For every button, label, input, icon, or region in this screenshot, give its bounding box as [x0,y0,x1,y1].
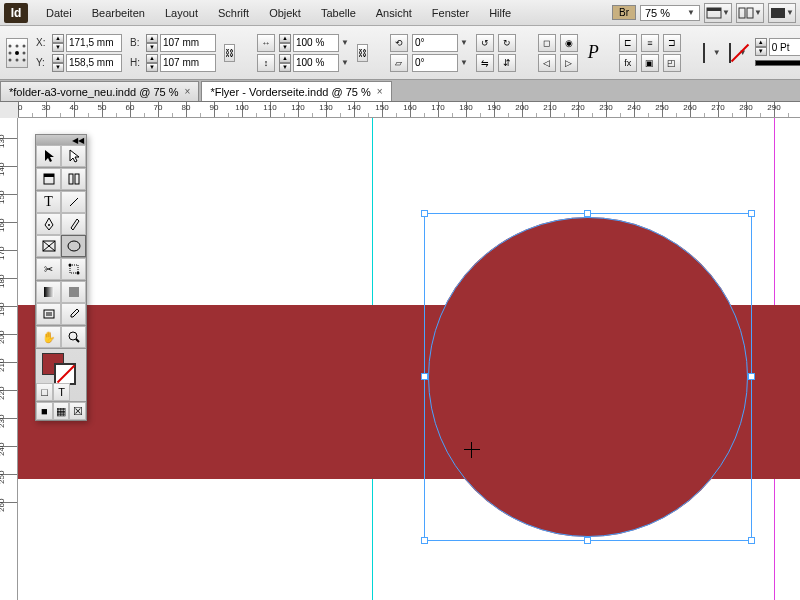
default-fill-stroke[interactable]: □ [36,383,53,401]
menu-layout[interactable]: Layout [155,0,208,26]
stroke-style-dropdown[interactable] [755,60,800,66]
eyedropper-tool[interactable] [61,303,86,325]
zoom-tool[interactable] [61,326,86,348]
align-left-icon[interactable]: ⊏ [619,34,637,52]
selection-handle[interactable] [748,537,755,544]
shear-field[interactable]: 0° [412,54,458,72]
tools-panel[interactable]: ◀◀ T✂✋□T■▦☒ [35,134,87,421]
panel-header[interactable]: ◀◀ [36,135,86,145]
x-stepper[interactable]: ▲▼ [52,34,64,52]
flip-v-icon[interactable]: ⇵ [498,54,516,72]
wrap-icon[interactable]: ▣ [641,54,659,72]
select-container-icon[interactable]: ◻ [538,34,556,52]
pen-tool[interactable] [36,213,61,235]
selection-handle[interactable] [748,373,755,380]
select-content-icon[interactable]: ◉ [560,34,578,52]
pencil-tool[interactable] [61,213,86,235]
scale-x-icon: ↔ [257,34,275,52]
menu-fenster[interactable]: Fenster [422,0,479,26]
svg-rect-16 [69,174,73,184]
bridge-button[interactable]: Br [612,5,636,20]
scale-y-icon: ↕ [257,54,275,72]
svg-line-21 [43,241,55,251]
rotate-cw-icon[interactable]: ↻ [498,34,516,52]
rotate-ccw-icon[interactable]: ↺ [476,34,494,52]
gap-tool[interactable] [61,168,86,190]
arrange-documents-button[interactable]: ▼ [736,3,764,23]
stroke-weight-field[interactable]: 0 Pt [769,38,800,56]
selection-handle[interactable] [748,210,755,217]
hand-tool[interactable]: ✋ [36,326,61,348]
formatting-text[interactable]: T [53,383,70,401]
scale-x-field[interactable]: 100 % [293,34,339,52]
constrain-scale-icon[interactable]: ⛓ [357,44,368,62]
fill-stroke-swatches[interactable] [36,349,86,383]
stroke-weight-stepper[interactable]: ▲▼ [755,38,767,56]
normal-view[interactable]: ■ [36,402,53,420]
effects-icon[interactable]: fx [619,54,637,72]
flip-h-icon[interactable]: ⇋ [476,54,494,72]
screen-mode-button[interactable]: ▼ [704,3,732,23]
reference-point-proxy[interactable] [6,38,28,68]
select-next-icon[interactable]: ▷ [560,54,578,72]
h-stepper[interactable]: ▲▼ [146,54,158,72]
w-field[interactable]: 107 mm [160,34,216,52]
scale-y-field[interactable]: 100 % [293,54,339,72]
svg-point-19 [48,224,50,226]
scale-y-stepper[interactable]: ▲▼ [279,54,291,72]
selection-handle[interactable] [584,210,591,217]
rectangle-frame-tool[interactable] [36,235,61,257]
document-tab[interactable]: *folder-a3-vorne_neu.indd @ 75 %× [0,81,199,101]
x-field[interactable]: 171,5 mm [66,34,122,52]
w-stepper[interactable]: ▲▼ [146,34,158,52]
y-stepper[interactable]: ▲▼ [52,54,64,72]
page-tool[interactable] [36,168,61,190]
corner-icon[interactable]: ◰ [663,54,681,72]
free-transform-tool[interactable] [61,258,86,280]
scale-x-stepper[interactable]: ▲▼ [279,34,291,52]
selection-tool[interactable] [36,145,61,167]
rotate-field[interactable]: 0° [412,34,458,52]
ellipse-tool[interactable] [61,235,86,257]
select-prev-icon[interactable]: ◁ [538,54,556,72]
align-center-icon[interactable]: ≡ [641,34,659,52]
menu-schrift[interactable]: Schrift [208,0,259,26]
document-canvas[interactable] [18,118,800,600]
scissors-tool[interactable]: ✂ [36,258,61,280]
none-view[interactable]: ☒ [69,402,86,420]
document-tab[interactable]: *Flyer - Vorderseite.indd @ 75 %× [201,81,391,101]
constrain-wh-icon[interactable]: ⛓ [224,44,235,62]
type-tool[interactable]: T [36,191,61,213]
stroke-color-box[interactable] [54,363,76,385]
preview-view[interactable]: ▦ [53,402,70,420]
menu-bearbeiten[interactable]: Bearbeiten [82,0,155,26]
zoom-level-dropdown[interactable]: 75 %▼ [640,5,700,21]
note-tool[interactable] [36,303,61,325]
close-icon[interactable]: × [185,86,191,97]
paragraph-style-icon[interactable]: P [588,42,599,63]
workspace-button[interactable]: ▼ [768,3,796,23]
menu-ansicht[interactable]: Ansicht [366,0,422,26]
stroke-swatch[interactable] [729,43,731,63]
selection-handle[interactable] [421,373,428,380]
vertical-ruler[interactable]: 1301401501601701801902002102202302402502… [0,118,18,600]
selection-handle[interactable] [421,210,428,217]
menu-objekt[interactable]: Objekt [259,0,311,26]
align-right-icon[interactable]: ⊐ [663,34,681,52]
gradient-swatch-tool[interactable] [36,281,61,303]
horizontal-ruler[interactable]: 2030405060708090100110120130140150160170… [18,102,800,118]
line-tool[interactable] [61,191,86,213]
menu-tabelle[interactable]: Tabelle [311,0,366,26]
svg-point-10 [23,51,26,54]
menu-hilfe[interactable]: Hilfe [479,0,521,26]
y-field[interactable]: 158,5 mm [66,54,122,72]
menu-datei[interactable]: Datei [36,0,82,26]
close-icon[interactable]: × [377,86,383,97]
selection-handle[interactable] [584,537,591,544]
h-field[interactable]: 107 mm [160,54,216,72]
direct-selection-tool[interactable] [61,145,86,167]
gradient-feather-tool[interactable] [61,281,86,303]
selection-handle[interactable] [421,537,428,544]
fill-swatch[interactable] [703,43,705,63]
chevron-down-icon: ▼ [687,8,695,17]
